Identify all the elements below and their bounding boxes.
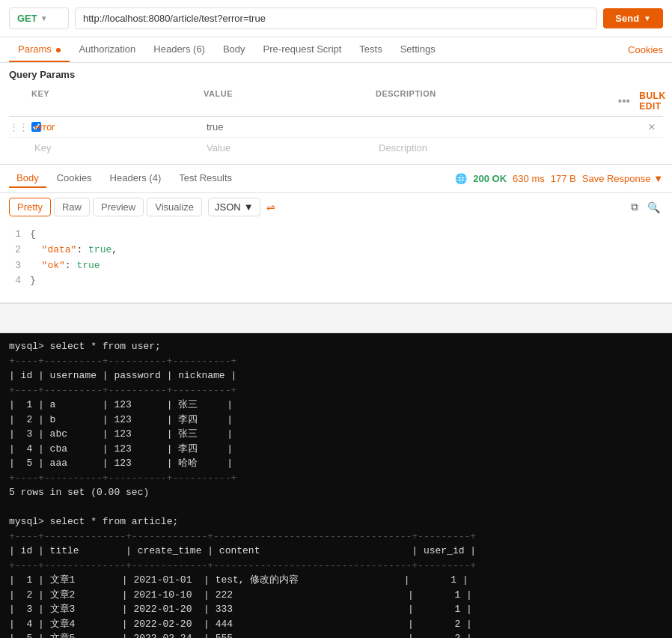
tab-prerequest[interactable]: Pre-request Script xyxy=(254,37,351,62)
bulk-edit-button[interactable]: Bulk Edit xyxy=(636,89,668,113)
param-row: ⋮⋮ error true × xyxy=(9,117,663,138)
more-options-icon[interactable]: ••• xyxy=(618,95,630,107)
resp-tab-cookies[interactable]: Cookies xyxy=(49,169,100,188)
tab-tests[interactable]: Tests xyxy=(350,37,391,62)
postman-panel: GET ▼ Send ▼ Params Authorization Header… xyxy=(0,0,672,303)
resp-tab-testresults[interactable]: Test Results xyxy=(171,169,239,188)
terminal-query-2: mysql> select * from article; xyxy=(9,514,663,529)
param-delete-button[interactable]: × xyxy=(641,121,663,134)
filter-icon[interactable]: ⇌ xyxy=(266,201,275,213)
fmt-tab-preview[interactable]: Preview xyxy=(93,198,144,216)
tab-headers[interactable]: Headers (6) xyxy=(144,37,214,62)
tab-prerequest-label: Pre-request Script xyxy=(263,43,342,55)
tab-headers-label: Headers (6) xyxy=(153,43,205,55)
main-tabs: Params Authorization Headers (6) Body Pr… xyxy=(0,37,672,63)
user-table: +----+----------+----------+----------+ … xyxy=(9,354,663,486)
user-row-2: | 2 | b | 123 | 李四 | xyxy=(9,413,663,428)
tab-body[interactable]: Body xyxy=(214,37,254,62)
code-line-3: 3 "ok": true xyxy=(9,258,663,274)
response-time: 630 ms xyxy=(513,173,545,184)
user-row-1: | 1 | a | 123 | 张三 | xyxy=(9,398,663,413)
search-icon[interactable]: 🔍 xyxy=(644,198,663,216)
key-placeholder[interactable]: Key xyxy=(31,141,204,155)
user-table-footer: 5 rows in set (0.00 sec) xyxy=(9,485,663,500)
status-code: 200 OK xyxy=(473,173,507,184)
url-bar: GET ▼ Send ▼ xyxy=(0,0,672,37)
url-input[interactable] xyxy=(75,7,597,29)
article-row-3: | 3 | 文章3 | 2022-01-20 | 333 | 1 | xyxy=(9,602,663,617)
send-label: Send xyxy=(615,13,639,24)
json-format-dropdown[interactable]: JSON ▼ xyxy=(208,198,260,216)
response-size: 177 B xyxy=(551,173,576,184)
params-dot xyxy=(56,48,61,52)
value-column-header: VALUE xyxy=(204,89,376,113)
method-chevron-icon: ▼ xyxy=(40,14,48,22)
tab-params-label: Params xyxy=(18,43,52,55)
send-button[interactable]: Send ▼ xyxy=(603,8,663,28)
user-row-3: | 3 | abc | 123 | 张三 | xyxy=(9,427,663,442)
article-row-5: | 5 | 文章5 | 2022-02-24 | 555 | 2 | xyxy=(9,631,663,638)
params-new-row: Key Value Description xyxy=(9,138,663,158)
fmt-tab-visualize[interactable]: Visualize xyxy=(147,198,202,216)
query-params-title: Query Params xyxy=(9,69,663,80)
tab-body-label: Body xyxy=(223,43,245,55)
tab-tests-label: Tests xyxy=(359,43,382,55)
response-tabs: Body Cookies Headers (4) Test Results 🌐 … xyxy=(0,164,672,193)
tab-settings-label: Settings xyxy=(400,43,436,55)
json-format-label: JSON xyxy=(215,201,241,213)
resp-tab-headers[interactable]: Headers (4) xyxy=(103,169,169,188)
value-placeholder[interactable]: Value xyxy=(204,141,376,155)
code-line-2: 2 "data": true, xyxy=(9,243,663,258)
method-dropdown[interactable]: GET ▼ xyxy=(9,7,69,29)
tab-authorization-label: Authorization xyxy=(79,43,135,55)
user-row-4: | 4 | cba | 123 | 李四 | xyxy=(9,442,663,457)
code-line-1: 1 { xyxy=(9,227,663,243)
save-response-button[interactable]: Save Response ▼ xyxy=(582,173,663,184)
key-column-header: KEY xyxy=(31,89,204,113)
response-status-bar: 🌐 200 OK 630 ms 177 B Save Response ▼ xyxy=(455,173,663,184)
param-value-value: true xyxy=(204,120,376,134)
tab-params[interactable]: Params xyxy=(9,37,70,62)
desc-placeholder[interactable]: Description xyxy=(376,141,663,155)
json-chevron-icon: ▼ xyxy=(244,201,254,213)
fmt-tab-pretty[interactable]: Pretty xyxy=(9,198,51,216)
format-tabs-row: Pretty Raw Preview Visualize JSON ▼ ⇌ ⧉ … xyxy=(0,193,672,221)
article-table: +----+--------------+-------------+-----… xyxy=(9,529,663,638)
copy-icon[interactable]: ⧉ xyxy=(628,198,641,216)
separator xyxy=(0,303,672,333)
cookies-link[interactable]: Cookies xyxy=(628,44,663,55)
query-params-section: Query Params KEY VALUE DESCRIPTION ••• B… xyxy=(0,63,672,164)
send-chevron-icon: ▼ xyxy=(644,14,651,22)
drag-icon[interactable]: ⋮⋮ xyxy=(9,121,28,133)
response-code-area: 1 { 2 "data": true, 3 "ok": true 4 } xyxy=(0,221,672,295)
code-line-4: 4 } xyxy=(9,273,663,289)
params-table-header: KEY VALUE DESCRIPTION ••• Bulk Edit xyxy=(9,86,663,117)
terminal-panel: mysql> select * from user; +----+-------… xyxy=(0,333,672,638)
tab-settings[interactable]: Settings xyxy=(391,37,445,62)
tab-authorization[interactable]: Authorization xyxy=(70,37,144,62)
method-label: GET xyxy=(17,13,37,24)
resp-tab-body[interactable]: Body xyxy=(9,169,46,188)
terminal-query-1: mysql> select * from user; xyxy=(9,339,663,354)
fmt-tab-raw[interactable]: Raw xyxy=(54,198,90,216)
globe-icon: 🌐 xyxy=(455,173,467,184)
article-row-4: | 4 | 文章4 | 2022-02-20 | 444 | 2 | xyxy=(9,617,663,632)
terminal-content: mysql> select * from user; +----+-------… xyxy=(0,333,672,638)
param-desc-value xyxy=(376,126,641,129)
article-row-1: | 1 | 文章1 | 2021-01-01 | test, 修改的内容 | 1… xyxy=(9,573,663,588)
param-key-value: error xyxy=(31,120,204,134)
desc-column-header: DESCRIPTION xyxy=(376,89,618,113)
article-row-2: | 2 | 文章2 | 2021-10-10 | 222 | 1 | xyxy=(9,588,663,603)
user-row-5: | 5 | aaa | 123 | 哈哈 | xyxy=(9,456,663,471)
